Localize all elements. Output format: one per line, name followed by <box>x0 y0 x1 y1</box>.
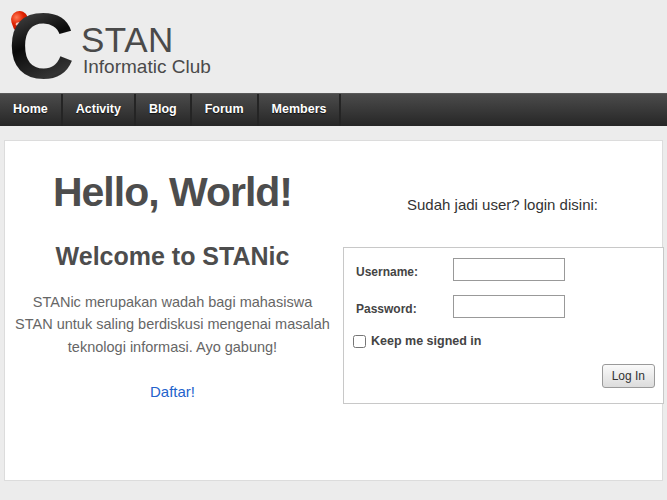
logo-c-icon: C <box>8 0 74 92</box>
nav-item-forum[interactable]: Forum <box>192 94 259 126</box>
username-label: Username: <box>356 265 418 279</box>
password-label: Password: <box>356 302 417 316</box>
brand-tagline: Informatic Club <box>83 56 211 78</box>
hero-subheading: Welcome to STANic <box>5 242 340 271</box>
nav-item-activity[interactable]: Activity <box>63 94 136 126</box>
content-panel: Hello, World! Welcome to STANic STANic m… <box>4 140 663 481</box>
login-button[interactable]: Log In <box>602 364 655 388</box>
welcome-section: Hello, World! Welcome to STANic STANic m… <box>5 141 340 480</box>
brand-name: STAN <box>81 20 174 60</box>
login-form: Username: Password: Keep me signed in Lo… <box>343 247 664 404</box>
nav-item-blog[interactable]: Blog <box>136 94 192 126</box>
keep-signed-in-label: Keep me signed in <box>371 334 481 348</box>
keep-signed-in-checkbox[interactable] <box>353 335 366 348</box>
register-link[interactable]: Daftar! <box>5 383 340 400</box>
login-prompt: Sudah jadi user? login disini: <box>343 196 662 213</box>
site-logo[interactable]: C STAN Informatic Club <box>0 0 320 93</box>
hero-heading: Hello, World! <box>5 169 340 216</box>
password-input[interactable] <box>453 295 565 318</box>
site-header: C STAN Informatic Club <box>0 0 667 93</box>
stanic-homepage: C STAN Informatic Club Home Activity Blo… <box>0 0 667 500</box>
nav-item-home[interactable]: Home <box>0 94 63 126</box>
hero-description: STANic merupakan wadah bagi mahasiswa ST… <box>13 291 332 358</box>
username-input[interactable] <box>453 258 565 281</box>
nav-item-members[interactable]: Members <box>259 94 342 126</box>
main-nav: Home Activity Blog Forum Members <box>0 93 667 126</box>
